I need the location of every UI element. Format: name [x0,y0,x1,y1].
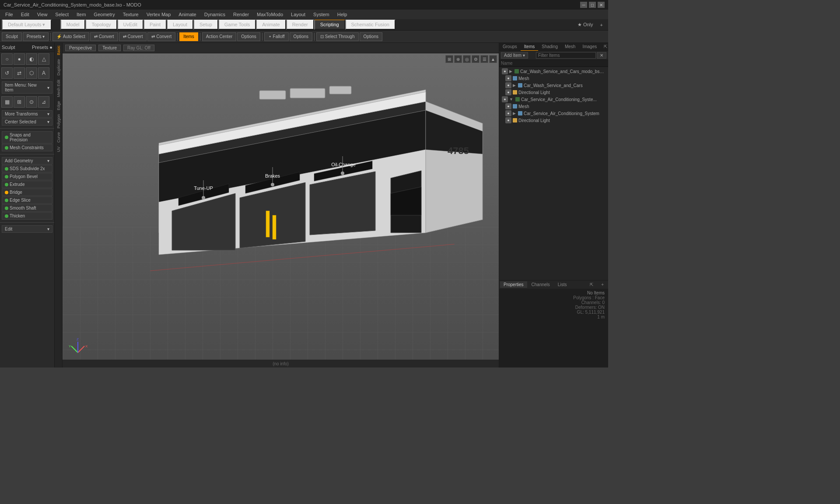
tab-setup[interactable]: Setup [193,20,218,30]
viewport-canvas[interactable]: Tune-UP Brakes Oil-Change [63,53,499,368]
tab-scripting[interactable]: Scripting [314,20,345,30]
add-geometry-button[interactable]: Add Geometry▾ [2,157,52,164]
ray-tag[interactable]: Ray GL: Off [123,45,154,51]
tab-paint[interactable]: Paint [144,20,167,30]
edit-button[interactable]: Edit▾ [2,225,52,233]
vp-icon-1[interactable]: ⊞ [445,55,453,63]
snaps-precision-button[interactable]: Snaps and Precision [2,131,52,144]
tab-layout-dropdown[interactable]: Default Layouts ▾ [2,20,52,30]
menu-file[interactable]: File [2,11,17,18]
extrude-button[interactable]: Extrude [2,181,52,188]
convert-button-2[interactable]: ⇄ Convert [119,32,147,41]
menu-texture[interactable]: Texture [119,11,142,18]
visibility-eye[interactable]: ● [502,96,508,102]
vp-icon-6[interactable]: ▲ [489,55,497,63]
visibility-eye[interactable]: ● [505,110,511,116]
visibility-eye[interactable]: ● [505,117,511,123]
list-item[interactable]: ● Mesh [500,75,607,82]
properties-tab[interactable]: Properties [500,281,527,288]
presets-button[interactable]: Presets ▾ [23,32,49,41]
hex-icon[interactable]: ⬡ [26,67,37,79]
rotate-tool-icon[interactable]: ⊙ [26,96,37,108]
tab-shading[interactable]: Shading [538,43,561,51]
select-through-button[interactable]: ⊡ Select Through [316,32,358,41]
texture-tag[interactable]: Texture [98,45,121,51]
center-selected-button[interactable]: Center Selected▾ [2,118,52,126]
viewport[interactable]: Perspective Texture Ray GL: Off [63,43,499,368]
options-button-1[interactable]: Options [237,32,260,41]
vtab-polygon[interactable]: Polygon [56,112,62,130]
items-button[interactable]: Items [179,32,198,41]
polygon-bevel-button[interactable]: Polygon Bevel [2,173,52,180]
more-transforms-button[interactable]: More Transforms▾ [2,110,52,118]
list-item[interactable]: ● ▶ Car_Service_Air_Conditioning_System [500,110,607,117]
item-menu-button[interactable]: Item Menu: New Item▾ [2,81,52,94]
visibility-eye[interactable]: ● [505,75,511,81]
filter-items-input[interactable] [536,52,596,59]
vtab-mesh-edit[interactable]: Mesh Edit [56,78,62,99]
perspective-tag[interactable]: Perspective [65,45,96,51]
sphere-icon[interactable]: ○ [1,53,13,65]
tab-expand[interactable]: ⇱ [600,43,608,51]
scale-icon[interactable]: ⊿ [38,96,49,108]
list-item[interactable]: ● Directional Light [500,89,607,96]
list-item[interactable]: ● Directional Light [500,117,607,124]
list-item[interactable]: ● ▶ Car_Wash_Service_and_Cars_modo_bsae … [500,68,607,75]
vtab-uv[interactable]: UV [56,145,62,154]
vp-icon-4[interactable]: ⚙ [472,55,480,63]
lists-tab[interactable]: Lists [554,281,570,288]
edge-slice-button[interactable]: Edge Slice [2,196,52,204]
grid-icon[interactable]: ▦ [1,96,13,108]
smooth-shaft-button[interactable]: Smooth Shaft [2,204,52,212]
menu-edit[interactable]: Edit [18,11,33,18]
tab-animate[interactable]: Animate [256,20,286,30]
tab-items[interactable]: Items [521,43,538,51]
convert-button-1[interactable]: ⇄ Convert [90,32,118,41]
list-item[interactable]: ● ▼ Car_Service_Air_Conditioning_Syste..… [500,96,607,103]
expand-tab[interactable]: ⇱ [586,281,597,288]
menu-geometry[interactable]: Geometry [90,11,118,18]
text-icon[interactable]: A [38,67,49,79]
minimize-button[interactable]: ─ [580,2,587,8]
menu-dynamics[interactable]: Dynamics [201,11,229,18]
vp-icon-5[interactable]: ☰ [480,55,488,63]
bridge-button[interactable]: Bridge [2,189,52,196]
filter-button[interactable]: ✕ [597,52,606,59]
vp-icon-3[interactable]: ◎ [463,55,471,63]
circle-icon[interactable]: ● [14,53,25,65]
convert-button-3[interactable]: ⇄ Convert [147,32,175,41]
vtab-curve[interactable]: Curve [56,130,62,144]
menu-vertex-map[interactable]: Vertex Map [143,11,175,18]
tab-layout[interactable]: Layout [167,20,193,30]
tab-images[interactable]: Images [579,43,600,51]
menu-system[interactable]: System [310,11,333,18]
tab-game-tools[interactable]: Game Tools [218,20,256,30]
visibility-eye[interactable]: ● [505,103,511,109]
maximize-button[interactable]: □ [589,2,596,8]
menu-help[interactable]: Help [334,11,351,18]
tab-model[interactable]: Model [60,20,86,30]
auto-select-button[interactable]: ⚡ Auto Select [52,32,89,41]
close-button[interactable]: ✕ [598,2,605,8]
menu-layout[interactable]: Layout [287,11,309,18]
triangle-icon[interactable]: △ [38,53,49,65]
vtab-duplicate[interactable]: Duplicate [56,57,62,77]
tab-add[interactable]: + [597,21,606,29]
menu-render[interactable]: Render [230,11,252,18]
presets-label[interactable]: Presets ● [32,45,52,50]
visibility-eye[interactable]: ● [505,82,511,88]
options-button-2[interactable]: Options [290,32,312,41]
tab-topology[interactable]: Topology [85,20,117,30]
tab-render[interactable]: Render [286,20,314,30]
menu-maxtomodo[interactable]: MaxToModo [253,11,287,18]
menu-animate[interactable]: Animate [175,11,200,18]
options-button-3[interactable]: Options [360,32,382,41]
swap-icon[interactable]: ⇄ [14,67,25,79]
rotate-icon[interactable]: ↺ [1,67,13,79]
mesh-constraints-button[interactable]: Mesh Constraints [2,144,52,151]
channels-tab[interactable]: Channels [528,281,553,288]
menu-view[interactable]: View [34,11,51,18]
menu-item[interactable]: Item [73,11,89,18]
add-item-button[interactable]: Add Item ▾ [501,52,528,59]
thicken-button[interactable]: Thicken [2,212,52,220]
